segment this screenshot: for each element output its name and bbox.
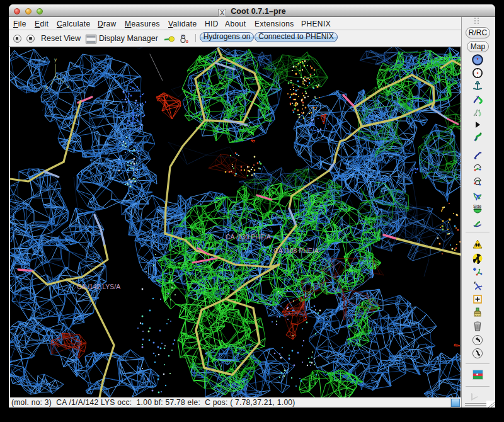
svg-text:CA /142 LYS/A: CA /142 LYS/A <box>77 283 120 290</box>
svg-text:y: y <box>54 57 57 62</box>
svg-text:CA /130 PHE/A: CA /130 PHE/A <box>226 233 271 241</box>
svg-text:o: o <box>186 39 188 43</box>
svg-text:CA /108 PHE/A: CA /108 PHE/A <box>273 247 319 254</box>
svg-text:x: x <box>45 84 48 90</box>
svg-text:Side: Side <box>473 204 481 208</box>
svg-text:z: z <box>67 84 69 89</box>
